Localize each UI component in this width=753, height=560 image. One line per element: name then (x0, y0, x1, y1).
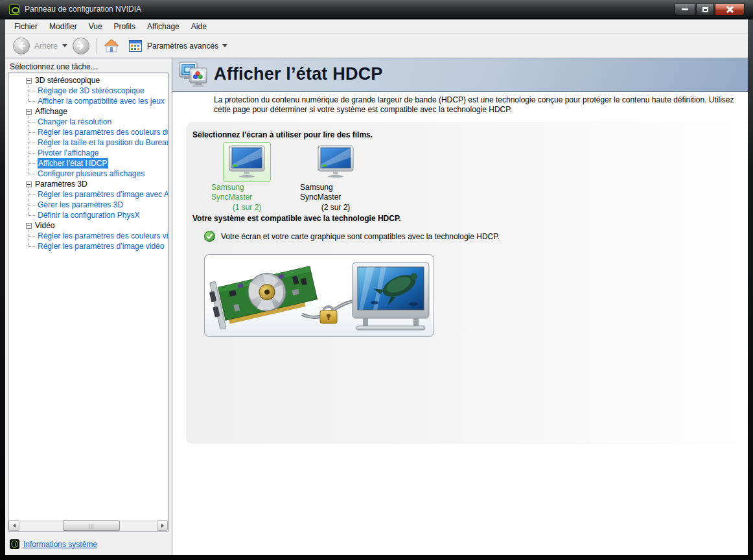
display-name: Samsung SyncMaster (300, 183, 371, 202)
display-option-1[interactable]: Samsung SyncMaster (1 sur 2) (211, 142, 283, 213)
back-label: Arrière (34, 41, 58, 51)
back-dropdown-icon[interactable] (62, 44, 67, 47)
menu-fichier[interactable]: Fichier (8, 19, 43, 34)
select-display-heading: Sélectionnez l’écran à utiliser pour lir… (192, 130, 373, 139)
monitor-icon (229, 145, 265, 179)
close-button[interactable] (715, 3, 745, 16)
display-hdcp-icon (179, 62, 210, 90)
menu-modifier[interactable]: Modifier (43, 19, 83, 34)
menu-vue[interactable]: Vue (83, 19, 108, 34)
forward-arrow-icon (76, 41, 86, 51)
tree-group: Régler les paramètres des couleurs vidéo… (8, 231, 168, 251)
scroll-left-icon (13, 524, 16, 528)
tree-item-configuration-physx[interactable]: Définir la configuration PhysX (8, 210, 168, 220)
main-content: Afficher l’état HDCP La protection du co… (172, 58, 748, 555)
tree-group: Réglage de 3D stéréoscopique Afficher la… (8, 86, 168, 106)
task-tree: 3D stéréoscopique Réglage de 3D stéréosc… (8, 73, 168, 531)
titlebar[interactable]: Panneau de configuration NVIDIA (0, 0, 753, 19)
toolbar-separator (96, 38, 97, 54)
scroll-right-button[interactable] (157, 520, 168, 531)
horizontal-scrollbar[interactable] (8, 520, 168, 531)
maximize-button[interactable] (696, 3, 714, 16)
system-info-link[interactable]: Informations système (23, 540, 97, 549)
grid-icon[interactable] (129, 40, 142, 52)
tree-group: Régler les paramètres d’image avec Aperç… (8, 189, 168, 220)
display-index: (2 sur 2) (321, 203, 351, 213)
minimize-icon (682, 8, 688, 10)
display-options: Samsung SyncMaster (1 sur 2) (211, 142, 371, 213)
hdcp-status-detail: Votre écran et votre carte graphique son… (221, 232, 500, 241)
gpu-tv-illustration (205, 255, 434, 336)
scrollbar-thumb[interactable] (63, 520, 120, 531)
check-circle-icon (204, 231, 215, 242)
hdcp-status-heading: Votre système est compatible avec la tec… (192, 214, 401, 223)
maximize-icon (702, 7, 708, 12)
tree-category-label: Vidéo (35, 221, 54, 230)
tree-group: Changer la résolution Régler les paramèt… (8, 117, 168, 179)
monitor-frame (312, 142, 360, 182)
collapse-icon[interactable] (26, 78, 32, 84)
app-window: Panneau de configuration NVIDIA Fichier … (0, 0, 753, 560)
hdcp-illustration (204, 254, 434, 337)
tree-category-label: Paramètres 3D (35, 180, 87, 189)
advanced-settings-label[interactable]: Paramètres avancés (147, 41, 218, 51)
minimize-button[interactable] (675, 3, 695, 16)
tree-item-compatibilite-jeux[interactable]: Afficher la compatibilité avec les jeux (8, 96, 168, 106)
scroll-left-button[interactable] (8, 520, 19, 531)
menu-profils[interactable]: Profils (108, 19, 141, 34)
tree-category-3d-stereoscopique[interactable]: 3D stéréoscopique (8, 75, 168, 86)
tree-item-changer-resolution[interactable]: Changer la résolution (8, 117, 168, 127)
forward-button[interactable] (73, 38, 89, 54)
tree-item-pivoter-affichage[interactable]: Pivoter l’affichage (8, 148, 168, 158)
tree-item-couleurs-video[interactable]: Régler les paramètres des couleurs vidéo (8, 231, 168, 241)
task-select-label: Sélectionnez une tâche... (10, 62, 97, 71)
window-title: Panneau de configuration NVIDIA (25, 0, 141, 19)
tree-category-affichage[interactable]: Affichage (8, 106, 168, 117)
tree-item-image-video[interactable]: Régler les paramètres d’image vidéo (8, 241, 168, 251)
tree-category-label: Affichage (35, 107, 67, 116)
home-icon[interactable] (103, 38, 120, 54)
hdcp-status-row: Votre écran et votre carte graphique son… (204, 231, 500, 242)
page-description: La protection du contenu numérique de gr… (214, 95, 748, 115)
tree-category-parametres-3d[interactable]: Paramètres 3D (8, 179, 168, 189)
display-index: (1 sur 2) (233, 203, 262, 213)
tree-item-image-apercu[interactable]: Régler les paramètres d’image avec Aperç… (8, 189, 168, 200)
system-info-row: Informations système (10, 539, 97, 549)
menu-aide[interactable]: Aide (185, 19, 213, 34)
tree-item-reglage-3d[interactable]: Réglage de 3D stéréoscopique (8, 86, 168, 96)
monitor-selected-frame (223, 142, 271, 182)
sidebar: Sélectionnez une tâche... 3D stéréoscopi… (5, 58, 172, 555)
collapse-icon[interactable] (26, 223, 32, 229)
hdcp-card: Sélectionnez l’écran à utiliser pour lir… (186, 122, 744, 444)
page-header: Afficher l’état HDCP (172, 58, 748, 92)
menu-bar: Fichier Modifier Vue Profils Affichage A… (5, 19, 748, 34)
tree-item-plusieurs-affichages[interactable]: Configurer plusieurs affichages (8, 169, 168, 179)
back-arrow-icon (16, 41, 27, 51)
tree-category-video[interactable]: Vidéo (8, 220, 168, 231)
monitor-icon (318, 145, 354, 179)
display-option-2[interactable]: Samsung SyncMaster (2 sur 2) (300, 142, 371, 213)
collapse-icon[interactable] (26, 109, 32, 115)
page-title: Afficher l’état HDCP (214, 64, 383, 84)
tree-item-couleurs-bureau[interactable]: Régler les paramètres des couleurs du bu… (8, 127, 168, 137)
close-icon (726, 6, 734, 13)
toolbar: Arrière Paramètres avancés (5, 34, 748, 58)
collapse-icon[interactable] (26, 181, 32, 187)
tree-item-etat-hdcp-selected[interactable]: Afficher l’état HDCP (8, 158, 168, 169)
tree-category-label: 3D stéréoscopique (35, 76, 100, 85)
window-controls (675, 3, 745, 16)
back-button[interactable] (13, 38, 30, 54)
tree-item-taille-position[interactable]: Régler la taille et la position du Burea… (8, 137, 168, 148)
advanced-settings-dropdown-icon[interactable] (222, 44, 227, 47)
menu-affichage[interactable]: Affichage (141, 19, 185, 34)
scroll-right-icon (161, 524, 164, 528)
tree-list: 3D stéréoscopique Réglage de 3D stéréosc… (8, 75, 168, 520)
display-name: Samsung SyncMaster (211, 183, 283, 202)
system-info-icon (10, 539, 19, 549)
nvidia-logo-icon (9, 5, 19, 15)
tree-item-gerer-parametres-3d[interactable]: Gérer les paramètres 3D (8, 200, 168, 210)
